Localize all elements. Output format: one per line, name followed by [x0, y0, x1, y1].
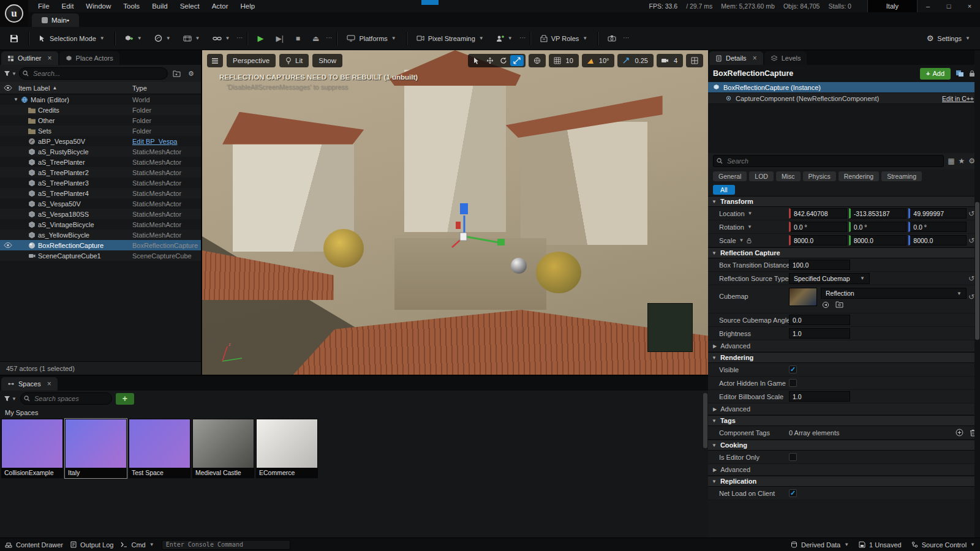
rotate-tool[interactable] [497, 55, 510, 66]
menu-build[interactable]: Build [146, 2, 174, 10]
cooking-advanced-expander[interactable]: ▶Advanced [708, 464, 980, 476]
quad-view-toggle[interactable] [688, 55, 701, 66]
visibility-icon[interactable] [4, 242, 13, 248]
platforms-dropdown[interactable]: Platforms ▼ [342, 31, 401, 47]
outliner-row[interactable]: aS_TreePlanter4StaticMeshActor [0, 188, 201, 198]
outliner-row[interactable]: aS_VintageBicycleStaticMeshActor [0, 219, 201, 230]
outliner-row[interactable]: aS_TreePlanterStaticMeshActor [0, 157, 201, 167]
rotation-z-field[interactable] [908, 222, 967, 232]
display-options-icon[interactable]: ▦ [948, 157, 954, 165]
scale-snap-toggle[interactable] [619, 55, 633, 66]
menu-window[interactable]: Window [80, 2, 117, 10]
close-icon[interactable]: × [47, 380, 51, 388]
scale-x-field[interactable] [789, 235, 847, 246]
link-dropdown[interactable]: ▼ [208, 31, 235, 47]
angle-field[interactable] [789, 315, 850, 325]
show-dropdown[interactable]: Show [312, 54, 342, 67]
grid-snap-toggle[interactable] [551, 55, 564, 66]
location-x-field[interactable] [789, 208, 847, 219]
outliner-search-input[interactable] [19, 67, 168, 80]
close-icon[interactable]: × [753, 54, 757, 62]
section-replication[interactable]: ▼Replication [708, 476, 980, 487]
stop-button[interactable]: ■ [291, 31, 305, 47]
frame-skip-button[interactable]: ▶| [271, 31, 288, 47]
vp-roles-dropdown[interactable]: VP Roles ▼ [535, 31, 593, 47]
close-icon[interactable]: × [48, 54, 52, 62]
filter-chip-rendering[interactable]: Rendering [839, 171, 879, 181]
outliner-row[interactable]: CreditsFolder [0, 105, 201, 115]
outliner-row[interactable]: aS_TreePlanter2StaticMeshActor [0, 167, 201, 178]
tab-outliner[interactable]: Outliner × [1, 51, 58, 65]
scale-lock-icon[interactable] [747, 238, 752, 244]
reflection-source-select[interactable]: Specified Cubemap▼ [789, 273, 870, 284]
spaces-filter-dropdown[interactable]: ▼ [4, 395, 17, 402]
viewport[interactable]: Perspective Lit Show [202, 50, 708, 375]
grid-snap-value[interactable]: 10 [564, 57, 577, 64]
reflection-advanced-expander[interactable]: ▶Advanced [708, 340, 980, 352]
cinematics-dropdown[interactable]: ▼ [178, 31, 205, 47]
capture-options-dots[interactable]: ⋮ [625, 35, 627, 42]
spaces-search-input[interactable] [20, 392, 112, 405]
cubemap-select[interactable]: Reflection▼ [821, 288, 967, 299]
actor-hidden-checkbox[interactable] [789, 379, 797, 387]
space-card[interactable]: ECommerce [256, 419, 318, 478]
cmd-dropdown[interactable]: Cmd▼ [121, 541, 154, 549]
derived-data-button[interactable]: Derived Data▼ [791, 541, 849, 549]
rotation-y-field[interactable] [849, 222, 907, 232]
expander-icon[interactable]: ▼ [13, 97, 21, 102]
menu-help[interactable]: Help [235, 2, 262, 10]
transform-gizmo[interactable] [440, 200, 513, 267]
move-tool[interactable] [483, 55, 497, 66]
outliner-header[interactable]: Item Label ▲ Type [0, 82, 201, 94]
spaces-scrollbar[interactable] [703, 393, 707, 448]
is-editor-only-checkbox[interactable] [789, 453, 797, 461]
user-options-dots[interactable]: ⋮ [521, 35, 524, 42]
multi-user-dropdown[interactable]: ▼ [491, 31, 518, 47]
rotation-snap-value[interactable]: 10° [597, 57, 613, 64]
outliner-row[interactable]: aS_TreePlanter3StaticMeshActor [0, 178, 201, 188]
net-load-checkbox[interactable]: ✓ [789, 489, 797, 497]
lit-dropdown[interactable]: Lit [279, 54, 309, 67]
tab-place-actors[interactable]: Place Actors [59, 51, 119, 65]
camera-speed-toggle[interactable] [658, 55, 672, 66]
space-card[interactable]: CollisionExample [1, 419, 63, 478]
filter-chip-general[interactable]: General [713, 171, 747, 181]
section-transform[interactable]: ▼Transform [708, 196, 980, 207]
billboard-field[interactable] [789, 391, 850, 402]
edit-in-cpp-link[interactable]: Edit in C++ [942, 95, 974, 102]
favorites-icon[interactable]: ★ [958, 157, 965, 165]
use-selected-asset-icon[interactable] [822, 301, 829, 309]
space-card[interactable]: Medieval Castle [192, 419, 254, 478]
tab-details[interactable]: Details × [709, 51, 763, 65]
rotation-x-field[interactable] [789, 222, 847, 232]
outliner-row[interactable]: aS_Vespa50VStaticMeshActor [0, 198, 201, 209]
outliner-row[interactable]: OtherFolder [0, 115, 201, 126]
visibility-column-icon[interactable] [4, 85, 13, 91]
rendering-advanced-expander[interactable]: ▶Advanced [708, 403, 980, 415]
cubemap-thumbnail[interactable] [789, 288, 817, 306]
outliner-row[interactable]: aS_RustyBicycleStaticMeshActor [0, 146, 201, 157]
section-reflection-capture[interactable]: ▼Reflection Capture [708, 247, 980, 258]
settings-dropdown[interactable]: ⚙ Settings ▼ [922, 31, 975, 47]
save-button[interactable] [5, 31, 23, 47]
maximize-button[interactable]: □ [938, 0, 959, 12]
output-log-button[interactable]: Output Log [70, 541, 113, 549]
add-space-button[interactable]: + [116, 393, 134, 405]
menu-tools[interactable]: Tools [117, 2, 146, 10]
outliner-row[interactable]: aS_Vespa180SSStaticMeshActor [0, 209, 201, 219]
new-folder-button[interactable] [170, 67, 183, 80]
filter-chip-lod[interactable]: LOD [749, 171, 774, 181]
outliner-settings-button[interactable]: ⚙ [185, 67, 197, 80]
selection-mode-dropdown[interactable]: Selection Mode ▼ [34, 31, 110, 47]
section-tags[interactable]: ▼Tags [708, 415, 980, 426]
play-options-dots[interactable]: ⋮ [328, 35, 330, 42]
world-space-toggle[interactable] [530, 55, 544, 66]
filter-chip-streaming[interactable]: Streaming [881, 171, 922, 181]
unreal-logo[interactable]: u [0, 0, 28, 27]
section-rendering[interactable]: ▼Rendering [708, 352, 980, 363]
details-search-input[interactable] [713, 155, 944, 167]
location-z-field[interactable] [908, 208, 967, 219]
close-button[interactable]: × [959, 0, 980, 12]
tab-levels[interactable]: Levels [764, 51, 807, 65]
scale-dropdown[interactable]: Scale▼ [708, 237, 789, 244]
